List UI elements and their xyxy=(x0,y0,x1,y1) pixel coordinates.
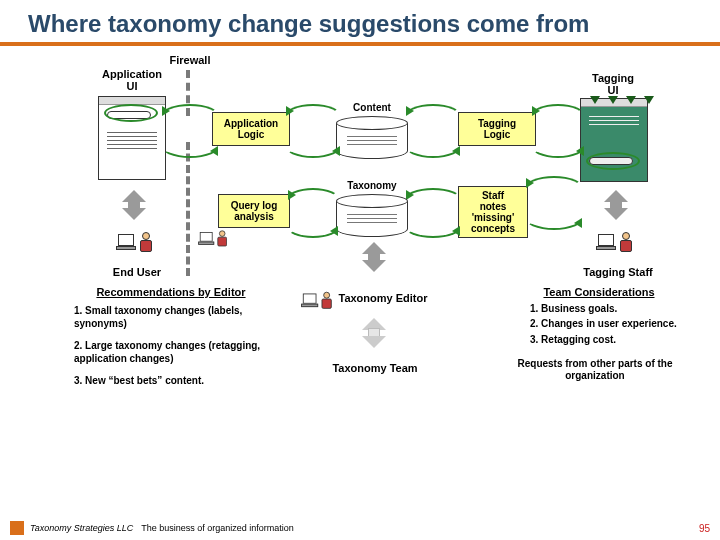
tag-arrow-1-icon xyxy=(590,96,600,104)
content-db-label: Content xyxy=(336,102,408,113)
team-heading: Team Considerations xyxy=(510,286,688,298)
arc-applogic-content-bot xyxy=(284,132,342,158)
team-considerations-block: Team Considerations 1. Business goals. 2… xyxy=(510,286,688,382)
tag-arrow-4-icon xyxy=(644,96,654,104)
tag-arrow-2-icon xyxy=(608,96,618,104)
arc-tax-staff-top xyxy=(404,188,462,212)
arc-content-taglogic-top xyxy=(404,104,462,130)
tax-team-label: Taxonomy Team xyxy=(320,362,430,375)
footer-tagline: The business of organized information xyxy=(141,523,294,533)
end-user-icon xyxy=(118,228,156,260)
arc-appui-applogic-top xyxy=(160,104,220,130)
recommendation-2: 2. Large taxonomy changes (retagging, ap… xyxy=(74,339,268,366)
page-number: 95 xyxy=(699,523,710,534)
team-requests: Requests from other parts of the organiz… xyxy=(510,358,680,381)
arrow-taxonomy-editor xyxy=(356,242,392,272)
arc-staff-tagui-top xyxy=(524,176,584,202)
arrow-tagui-staff xyxy=(598,190,634,220)
app-ui-label: Application UI xyxy=(92,68,172,93)
footer-brand: Taxonomy Strategies LLC xyxy=(30,523,133,533)
recommendation-3: 3. New “best bets” content. xyxy=(74,374,268,388)
arc-query-tax-top xyxy=(286,188,340,212)
recommendation-1: 1. Small taxonomy changes (labels, synon… xyxy=(74,304,268,331)
footer-block-icon xyxy=(10,521,24,535)
arc-applogic-content-top xyxy=(284,104,342,130)
end-user-label: End User xyxy=(102,266,172,279)
team-item-3: 3. Retagging cost. xyxy=(530,333,688,347)
tag-staff-label: Tagging Staff xyxy=(568,266,668,279)
app-logic-box: Application Logic xyxy=(212,112,290,146)
arrow-appui-user xyxy=(116,190,152,220)
arc-taglogic-tagui-bot xyxy=(530,132,586,158)
tag-ui-label: Tagging UI xyxy=(578,72,648,97)
arc-query-tax-bot xyxy=(286,214,340,238)
team-item-2: 2. Changes in user experience. xyxy=(530,317,688,331)
recommendations-heading: Recommendations by Editor xyxy=(74,286,268,298)
tag-logic-box: Tagging Logic xyxy=(458,112,536,146)
diagram-canvas: Firewall Application UI Tagging UI Appli… xyxy=(0,46,720,466)
tag-arrow-3-icon xyxy=(626,96,636,104)
arc-tax-staff-bot xyxy=(404,214,462,238)
tag-staff-icon xyxy=(598,228,636,260)
content-db: Content xyxy=(336,116,408,159)
tag-ui-highlight xyxy=(586,152,640,170)
arc-appui-applogic-bot xyxy=(160,132,220,158)
footer: Taxonomy Strategies LLC The business of … xyxy=(0,516,720,540)
recommendations-block: Recommendations by Editor 1. Small taxon… xyxy=(74,286,268,388)
team-item-1: 1. Business goals. xyxy=(530,302,688,316)
slide-title: Where taxonomy change suggestions come f… xyxy=(0,0,720,40)
query-user-icon xyxy=(200,227,230,253)
app-ui-highlight xyxy=(104,104,158,122)
staff-notes-box: Staff notes 'missing' concepts xyxy=(458,186,528,238)
arc-staff-tagui-bot xyxy=(524,204,584,230)
arc-taglogic-tagui-top xyxy=(530,104,586,130)
taxonomy-db: Taxonomy xyxy=(336,194,408,237)
firewall-line-lower xyxy=(186,142,190,276)
tax-editor-label: Taxonomy Editor xyxy=(328,292,438,305)
firewall-label: Firewall xyxy=(160,54,220,67)
arrow-editor-team xyxy=(356,318,392,348)
query-log-box: Query log analysis xyxy=(218,194,290,228)
arc-content-taglogic-bot xyxy=(404,132,462,158)
taxonomy-db-label: Taxonomy xyxy=(336,180,408,191)
